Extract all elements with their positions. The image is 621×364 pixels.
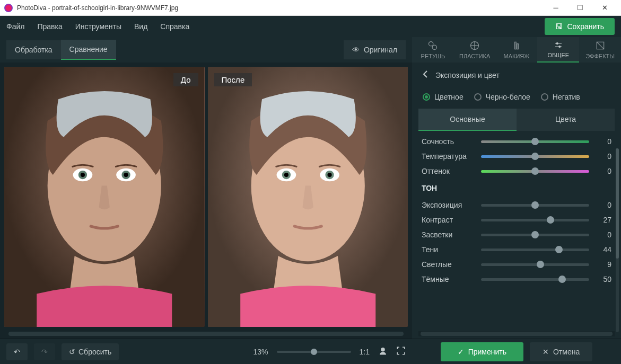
slider-label: Температура bbox=[422, 152, 475, 161]
retouch-icon bbox=[427, 40, 438, 51]
slider-thumb[interactable] bbox=[531, 167, 539, 175]
svg-point-20 bbox=[284, 173, 288, 177]
svg-rect-3 bbox=[515, 42, 517, 49]
radio-color[interactable]: Цветное bbox=[423, 93, 463, 101]
slider-value: 0 bbox=[596, 137, 611, 146]
slider-track[interactable] bbox=[481, 263, 589, 266]
menu-bar: Файл Правка Инструменты Вид Справка 🖫 Со… bbox=[0, 16, 621, 37]
after-image[interactable]: После bbox=[208, 67, 408, 327]
slider-thumb[interactable] bbox=[547, 216, 554, 224]
slider-thumb[interactable] bbox=[531, 201, 539, 209]
app-icon bbox=[4, 4, 13, 12]
menu-edit[interactable]: Правка bbox=[37, 22, 62, 31]
right-panel: Экспозиция и цвет Цветное Черно-белое Не… bbox=[412, 63, 621, 339]
original-button[interactable]: 👁 Оригинал bbox=[344, 40, 406, 59]
slider-thumb[interactable] bbox=[537, 261, 544, 268]
slider-thumb[interactable] bbox=[531, 138, 539, 145]
face-icon bbox=[378, 346, 388, 356]
back-button[interactable] bbox=[423, 70, 428, 80]
slider-thumb[interactable] bbox=[558, 276, 566, 283]
subtab-colors[interactable]: Цвета bbox=[517, 109, 615, 131]
tab-makeup[interactable]: МАКИЯЖ bbox=[496, 37, 538, 63]
tab-plastic[interactable]: ПЛАСТИКА bbox=[454, 37, 496, 63]
slider-track[interactable] bbox=[481, 219, 589, 221]
undo-button[interactable]: ↶ bbox=[6, 343, 28, 360]
slider-value: 0 bbox=[596, 230, 611, 239]
fullscreen-button[interactable] bbox=[396, 346, 406, 357]
panel-hscroll[interactable] bbox=[418, 331, 615, 336]
menu-view[interactable]: Вид bbox=[134, 22, 147, 31]
radio-negative[interactable]: Негатив bbox=[541, 93, 580, 101]
slider-row: Температура 0 bbox=[422, 152, 611, 161]
menu-tools[interactable]: Инструменты bbox=[75, 22, 121, 31]
undo-icon: ↶ bbox=[14, 348, 20, 356]
slider-track[interactable] bbox=[481, 234, 589, 236]
makeup-icon bbox=[511, 40, 522, 51]
window-title: PhotoDiva - portrait-of-schoolgirl-in-li… bbox=[17, 4, 544, 12]
slider-track[interactable] bbox=[481, 278, 589, 281]
zoom-value: 13% bbox=[253, 348, 268, 356]
slider-row: Засветки 0 bbox=[422, 230, 611, 239]
reset-button[interactable]: ↺Сбросить bbox=[62, 343, 119, 360]
svg-point-0 bbox=[429, 42, 433, 46]
panel-title: Экспозиция и цвет bbox=[435, 71, 500, 79]
slider-row: Контраст 27 bbox=[422, 216, 611, 224]
svg-point-6 bbox=[559, 46, 561, 48]
slider-thumb[interactable] bbox=[531, 153, 539, 160]
slider-track[interactable] bbox=[481, 155, 589, 158]
redo-button[interactable]: ↷ bbox=[34, 343, 55, 360]
slider-thumb[interactable] bbox=[531, 231, 539, 238]
side-tabs: РЕТУШЬ ПЛАСТИКА МАКИЯЖ ОБЩЕЕ ЭФФЕКТЫ bbox=[412, 37, 621, 63]
tab-process[interactable]: Обработка bbox=[6, 40, 61, 59]
zoom-slider[interactable] bbox=[277, 351, 351, 353]
radio-dot-icon bbox=[474, 93, 482, 101]
svg-point-5 bbox=[556, 43, 558, 45]
check-icon: ✓ bbox=[458, 348, 464, 356]
minimize-button[interactable]: ─ bbox=[544, 0, 568, 16]
slider-value: 0 bbox=[596, 167, 611, 175]
menu-file[interactable]: Файл bbox=[6, 22, 24, 31]
portrait-before bbox=[4, 67, 204, 327]
tab-general[interactable]: ОБЩЕЕ bbox=[537, 37, 579, 63]
cancel-button[interactable]: ✕Отмена bbox=[530, 342, 592, 361]
slider-row: Тёмные 50 bbox=[422, 275, 611, 283]
reset-icon: ↺ bbox=[69, 348, 75, 356]
effects-icon bbox=[595, 40, 606, 51]
slider-track[interactable] bbox=[481, 248, 589, 251]
radio-dot-icon bbox=[423, 93, 430, 101]
slider-value: 0 bbox=[596, 152, 611, 161]
tab-compare[interactable]: Сравнение bbox=[61, 40, 116, 60]
tab-retouch[interactable]: РЕТУШЬ bbox=[412, 37, 454, 63]
radio-dot-icon bbox=[541, 93, 548, 101]
slider-label: Засветки bbox=[422, 230, 475, 239]
canvas-hscroll[interactable] bbox=[4, 331, 408, 336]
portrait-after bbox=[208, 67, 408, 327]
slider-label: Контраст bbox=[422, 216, 475, 224]
close-button[interactable]: ✕ bbox=[592, 0, 617, 16]
svg-point-12 bbox=[81, 173, 85, 177]
subtab-basic[interactable]: Основные bbox=[418, 109, 517, 131]
tab-effects[interactable]: ЭФФЕКТЫ bbox=[579, 37, 621, 63]
maximize-button[interactable]: ☐ bbox=[568, 0, 592, 16]
slider-label: Светлые bbox=[422, 260, 475, 269]
section-tone: ТОН bbox=[422, 184, 611, 192]
svg-point-15 bbox=[124, 173, 128, 177]
panel-vscroll[interactable] bbox=[616, 148, 619, 332]
menu-help[interactable]: Справка bbox=[160, 22, 189, 31]
sliders-list: Сочность 0 Температура 0 Оттенок 0ТОН Эк… bbox=[412, 131, 621, 331]
slider-value: 0 bbox=[596, 201, 611, 209]
slider-track[interactable] bbox=[481, 140, 589, 143]
save-button[interactable]: 🖫 Сохранить bbox=[545, 18, 615, 35]
slider-value: 9 bbox=[596, 260, 611, 269]
slider-label: Оттенок bbox=[422, 167, 475, 175]
slider-track[interactable] bbox=[481, 204, 589, 207]
face-fit-button[interactable] bbox=[378, 346, 388, 357]
svg-point-23 bbox=[327, 173, 331, 177]
before-image[interactable]: До bbox=[4, 67, 205, 327]
plastic-icon bbox=[469, 40, 480, 51]
radio-bw[interactable]: Черно-белое bbox=[474, 93, 530, 101]
ratio-button[interactable]: 1:1 bbox=[360, 348, 370, 356]
slider-track[interactable] bbox=[481, 170, 589, 173]
slider-thumb[interactable] bbox=[555, 246, 563, 253]
apply-button[interactable]: ✓Применить bbox=[441, 342, 523, 361]
